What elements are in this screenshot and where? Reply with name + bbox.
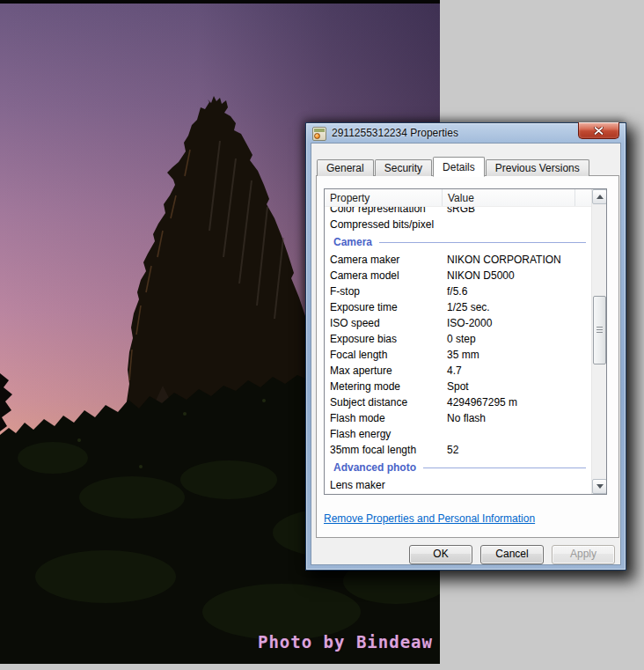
property-cell: Compressed bits/pixel xyxy=(325,218,443,231)
column-header-filler xyxy=(575,189,591,206)
property-cell: Flash mode xyxy=(325,412,443,424)
value-cell: NIKON CORPORATION xyxy=(443,254,591,266)
table-section-header: Camera xyxy=(325,232,591,252)
section-label: Advanced photo xyxy=(333,461,416,474)
property-cell: Max aperture xyxy=(325,364,443,377)
photo-credit: Photo by Bindeaw xyxy=(258,632,433,652)
property-cell: 35mm focal length xyxy=(325,444,443,456)
scroll-up-icon xyxy=(596,195,604,199)
dialog-button-row: OKCancelApply xyxy=(311,545,615,564)
table-row[interactable]: Camera modelNIKON D5000 xyxy=(325,268,591,283)
column-header-value[interactable]: Value xyxy=(443,189,575,206)
table-row[interactable]: F-stopf/5.6 xyxy=(325,283,591,299)
ok-button[interactable]: OK xyxy=(409,545,472,564)
close-button[interactable] xyxy=(578,122,619,139)
table-row[interactable]: Flash modeNo flash xyxy=(325,410,591,426)
value-cell: No flash xyxy=(443,412,591,424)
property-cell: Camera maker xyxy=(325,254,443,266)
property-cell: Camera model xyxy=(325,269,443,282)
value-cell: 35 mm xyxy=(443,349,591,361)
property-cell: Flash energy xyxy=(325,428,443,440)
property-cell: Subject distance xyxy=(325,396,443,409)
value-cell: 52 xyxy=(443,444,591,456)
dialog-client-area: GeneralSecurityDetailsPrevious Versions … xyxy=(311,143,621,565)
scroll-up-button[interactable] xyxy=(592,189,607,204)
table-row[interactable]: Color representationsRGB xyxy=(325,207,591,217)
value-cell: 4294967295 m xyxy=(443,396,591,409)
table-row[interactable]: Exposure time1/25 sec. xyxy=(325,299,591,315)
table-row[interactable]: Flash energy xyxy=(325,426,591,442)
section-label: Camera xyxy=(333,236,372,248)
properties-dialog: 2911255312234 Properties GeneralSecurity… xyxy=(305,122,626,571)
value-cell: 1/25 sec. xyxy=(443,301,591,313)
property-cell: ISO speed xyxy=(325,317,443,329)
value-cell: sRGB xyxy=(443,207,591,215)
scroll-down-icon xyxy=(596,484,604,489)
value-cell: f/5.6 xyxy=(443,285,591,298)
table-body: Color representationsRGBCompressed bits/… xyxy=(325,207,591,494)
value-cell: ISO-2000 xyxy=(443,317,591,329)
property-cell: Exposure bias xyxy=(325,333,443,345)
vertical-scrollbar[interactable] xyxy=(591,189,606,494)
scrollbar-thumb[interactable] xyxy=(593,296,606,364)
value-cell: 4.7 xyxy=(443,364,591,377)
property-cell: Exposure time xyxy=(325,301,443,313)
tab-general[interactable]: General xyxy=(317,159,374,176)
property-cell: Color representation xyxy=(325,207,443,215)
table-row[interactable]: Metering modeSpot xyxy=(325,379,591,394)
value-cell: 0 step xyxy=(443,333,591,345)
section-rule xyxy=(379,242,586,243)
details-tab-page: Property Value Color representationsRGBC… xyxy=(316,175,619,538)
close-icon xyxy=(594,127,604,135)
dialog-title: 2911255312234 Properties xyxy=(332,127,458,139)
table-row[interactable]: 35mm focal length52 xyxy=(325,442,591,458)
scroll-down-button[interactable] xyxy=(592,479,607,494)
tab-previous-versions[interactable]: Previous Versions xyxy=(486,159,589,176)
column-header-property[interactable]: Property xyxy=(325,189,443,206)
table-row[interactable]: Camera makerNIKON CORPORATION xyxy=(325,252,591,268)
section-rule xyxy=(423,468,586,468)
table-row[interactable]: Lens maker xyxy=(325,477,591,493)
value-cell: NIKON D5000 xyxy=(443,269,591,282)
property-cell: Metering mode xyxy=(325,380,443,393)
tab-strip: GeneralSecurityDetailsPrevious Versions xyxy=(317,156,590,176)
properties-table: Property Value Color representationsRGBC… xyxy=(324,188,607,495)
tab-details[interactable]: Details xyxy=(433,157,485,177)
property-cell: Lens maker xyxy=(325,479,443,491)
value-cell: Spot xyxy=(443,380,591,393)
table-row[interactable]: Subject distance4294967295 m xyxy=(325,394,591,410)
property-cell: Focal length xyxy=(325,349,443,361)
dialog-titlebar[interactable]: 2911255312234 Properties xyxy=(311,123,621,143)
table-row[interactable]: Compressed bits/pixel xyxy=(325,217,591,232)
property-cell: F-stop xyxy=(325,285,443,298)
table-row[interactable]: ISO speedISO-2000 xyxy=(325,315,591,331)
remove-properties-link[interactable]: Remove Properties and Personal Informati… xyxy=(324,512,535,525)
table-row[interactable]: Max aperture4.7 xyxy=(325,363,591,379)
apply-button: Apply xyxy=(552,545,615,564)
photo-file-properties-icon xyxy=(312,127,326,141)
screen: Photo by Bindeaw 2911255312234 Propertie… xyxy=(0,0,644,670)
table-section-header: Advanced photo xyxy=(325,458,591,477)
table-header: Property Value xyxy=(325,189,591,207)
table-row[interactable]: Exposure bias0 step xyxy=(325,331,591,347)
tab-security[interactable]: Security xyxy=(375,159,432,176)
table-row[interactable]: Focal length35 mm xyxy=(325,347,591,363)
cancel-button[interactable]: Cancel xyxy=(480,545,544,564)
